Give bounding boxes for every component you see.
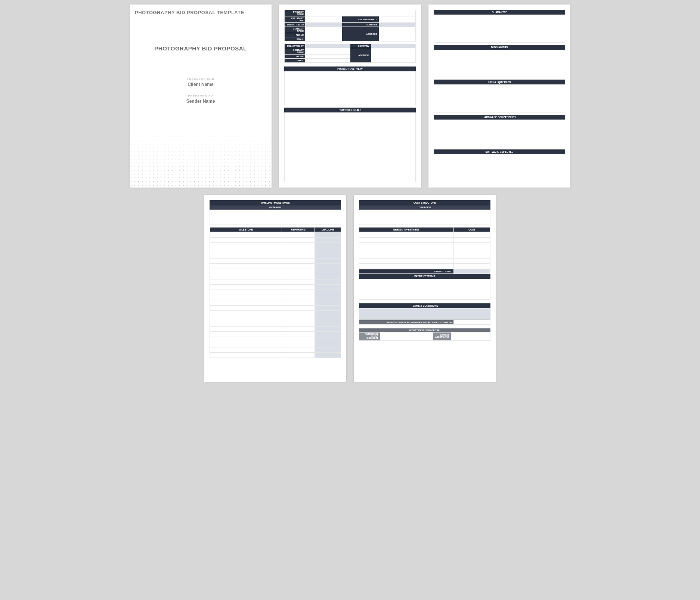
cost-cell[interactable] bbox=[453, 259, 490, 264]
reporting-cell[interactable] bbox=[282, 238, 315, 243]
deadline-cell[interactable] bbox=[315, 253, 341, 259]
cost-cell[interactable] bbox=[453, 264, 490, 269]
field-address-to[interactable] bbox=[379, 27, 415, 41]
software-box[interactable] bbox=[434, 154, 565, 182]
field-contact-by[interactable] bbox=[306, 48, 350, 55]
needs-cell[interactable] bbox=[359, 232, 454, 238]
hardware-box[interactable] bbox=[434, 120, 565, 148]
timeline-overview-box[interactable] bbox=[210, 210, 341, 225]
cost-cell[interactable] bbox=[453, 232, 490, 238]
deadline-cell[interactable] bbox=[315, 295, 341, 300]
milestone-cell[interactable] bbox=[210, 259, 282, 264]
milestone-cell[interactable] bbox=[210, 295, 282, 300]
reporting-cell[interactable] bbox=[282, 279, 315, 285]
field-submitted-to[interactable] bbox=[306, 23, 342, 27]
deadline-cell[interactable] bbox=[315, 264, 341, 269]
deadline-cell[interactable] bbox=[315, 279, 341, 285]
field-email-by[interactable] bbox=[306, 59, 350, 63]
cost-cell[interactable] bbox=[453, 248, 490, 253]
reporting-cell[interactable] bbox=[282, 300, 315, 306]
deadline-cell[interactable] bbox=[315, 243, 341, 248]
field-address-by[interactable] bbox=[371, 48, 416, 63]
reporting-cell[interactable] bbox=[282, 321, 315, 327]
reporting-cell[interactable] bbox=[282, 332, 315, 337]
deadline-cell[interactable] bbox=[315, 332, 341, 337]
milestone-cell[interactable] bbox=[210, 353, 282, 358]
milestone-cell[interactable] bbox=[210, 327, 282, 332]
field-company-by[interactable] bbox=[371, 44, 416, 48]
milestone-cell[interactable] bbox=[210, 274, 282, 279]
reporting-cell[interactable] bbox=[282, 353, 315, 358]
milestone-cell[interactable] bbox=[210, 285, 282, 290]
reporting-cell[interactable] bbox=[282, 259, 315, 264]
milestone-cell[interactable] bbox=[210, 279, 282, 285]
milestone-cell[interactable] bbox=[210, 321, 282, 327]
reporting-cell[interactable] bbox=[282, 232, 315, 238]
payment-terms-box[interactable] bbox=[359, 279, 490, 300]
deadline-cell[interactable] bbox=[315, 232, 341, 238]
deadline-cell[interactable] bbox=[315, 290, 341, 295]
milestone-cell[interactable] bbox=[210, 290, 282, 295]
purpose-goals-box[interactable] bbox=[284, 112, 416, 182]
milestone-cell[interactable] bbox=[210, 332, 282, 337]
reporting-cell[interactable] bbox=[282, 243, 315, 248]
reporting-cell[interactable] bbox=[282, 316, 315, 321]
deadline-cell[interactable] bbox=[315, 337, 341, 342]
project-overview-box[interactable] bbox=[284, 71, 416, 105]
milestone-cell[interactable] bbox=[210, 238, 282, 243]
field-email-to[interactable] bbox=[306, 37, 342, 41]
deadline-cell[interactable] bbox=[315, 248, 341, 253]
milestone-cell[interactable] bbox=[210, 337, 282, 342]
milestone-cell[interactable] bbox=[210, 243, 282, 248]
extra-equipment-box[interactable] bbox=[434, 84, 565, 112]
deadline-cell[interactable] bbox=[315, 269, 341, 274]
milestone-cell[interactable] bbox=[210, 269, 282, 274]
reporting-cell[interactable] bbox=[282, 337, 315, 342]
guarantee-box[interactable] bbox=[434, 15, 565, 43]
deadline-cell[interactable] bbox=[315, 347, 341, 353]
reporting-cell[interactable] bbox=[282, 274, 315, 279]
reporting-cell[interactable] bbox=[282, 306, 315, 311]
reporting-cell[interactable] bbox=[282, 248, 315, 253]
needs-cell[interactable] bbox=[359, 253, 454, 259]
milestone-cell[interactable] bbox=[210, 300, 282, 306]
field-est-start[interactable] bbox=[306, 16, 342, 23]
field-company-to[interactable] bbox=[379, 23, 415, 27]
milestone-cell[interactable] bbox=[210, 232, 282, 238]
cost-cell[interactable] bbox=[453, 243, 490, 248]
reporting-cell[interactable] bbox=[282, 269, 315, 274]
deadline-cell[interactable] bbox=[315, 285, 341, 290]
field-phone-to[interactable] bbox=[306, 33, 342, 37]
reporting-cell[interactable] bbox=[282, 311, 315, 316]
deadline-cell[interactable] bbox=[315, 327, 341, 332]
field-contact-to[interactable] bbox=[306, 27, 342, 33]
deadline-cell[interactable] bbox=[315, 316, 341, 321]
withdrawn-date[interactable] bbox=[453, 320, 490, 325]
milestone-cell[interactable] bbox=[210, 306, 282, 311]
needs-cell[interactable] bbox=[359, 238, 454, 243]
reporting-cell[interactable] bbox=[282, 290, 315, 295]
deadline-cell[interactable] bbox=[315, 353, 341, 358]
deadline-cell[interactable] bbox=[315, 259, 341, 264]
milestone-cell[interactable] bbox=[210, 248, 282, 253]
disclaimers-box[interactable] bbox=[434, 50, 565, 78]
terms-box[interactable] bbox=[359, 308, 490, 320]
reporting-cell[interactable] bbox=[282, 342, 315, 347]
milestone-cell[interactable] bbox=[210, 311, 282, 316]
field-phone-by[interactable] bbox=[306, 55, 350, 59]
needs-cell[interactable] bbox=[359, 264, 454, 269]
milestone-cell[interactable] bbox=[210, 264, 282, 269]
deadline-cell[interactable] bbox=[315, 321, 341, 327]
cost-overview-box[interactable] bbox=[359, 210, 490, 225]
deadline-cell[interactable] bbox=[315, 300, 341, 306]
needs-cell[interactable] bbox=[359, 259, 454, 264]
needs-cell[interactable] bbox=[359, 248, 454, 253]
reporting-cell[interactable] bbox=[282, 253, 315, 259]
deadline-cell[interactable] bbox=[315, 274, 341, 279]
reporting-cell[interactable] bbox=[282, 295, 315, 300]
milestone-cell[interactable] bbox=[210, 342, 282, 347]
milestone-cell[interactable] bbox=[210, 347, 282, 353]
estimate-total-value[interactable] bbox=[453, 269, 490, 274]
reporting-cell[interactable] bbox=[282, 285, 315, 290]
cost-cell[interactable] bbox=[453, 238, 490, 243]
